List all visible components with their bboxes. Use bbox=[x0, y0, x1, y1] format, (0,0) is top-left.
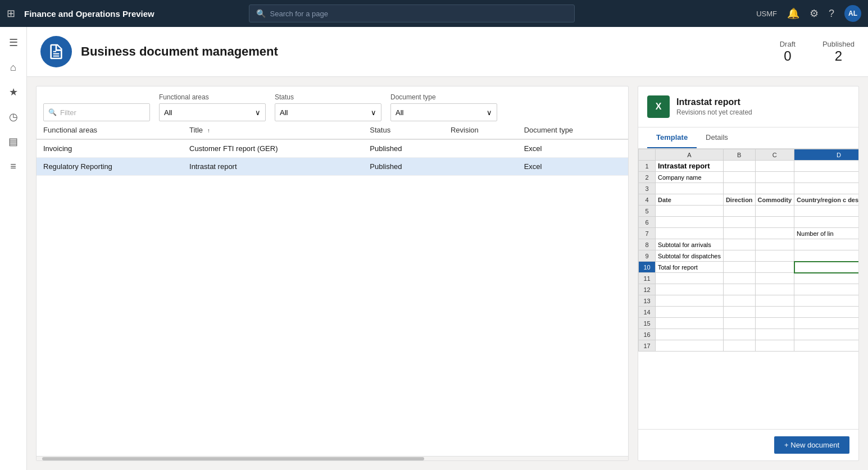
excel-row-num: 15 bbox=[639, 318, 656, 329]
app-title: Finance and Operations Preview bbox=[24, 9, 154, 19]
col-functional-areas: Functional areas bbox=[37, 121, 183, 139]
functional-areas-filter-wrap: Functional areas All ∨ bbox=[159, 93, 266, 121]
excel-cell bbox=[755, 228, 794, 239]
excel-cell bbox=[723, 250, 755, 262]
published-value: 2 bbox=[822, 48, 855, 64]
avatar[interactable]: AL bbox=[844, 5, 861, 22]
table-row[interactable]: Invoicing Customer FTI report (GER) Publ… bbox=[37, 139, 628, 158]
excel-cell bbox=[755, 329, 794, 340]
functional-areas-select[interactable]: All ∨ bbox=[159, 103, 266, 121]
excel-row: 15 bbox=[639, 318, 859, 329]
col-status: Status bbox=[363, 121, 444, 139]
excel-cell bbox=[794, 329, 858, 340]
new-document-button[interactable]: + New document bbox=[774, 436, 849, 454]
functional-areas-value: All bbox=[164, 108, 172, 117]
excel-cell: Commodity bbox=[755, 194, 794, 206]
excel-cell bbox=[794, 295, 858, 307]
cell-functional-areas: Regulatory Reporting bbox=[37, 158, 183, 176]
excel-cell bbox=[755, 172, 794, 183]
gear-icon[interactable]: ⚙ bbox=[810, 7, 819, 20]
documents-table: Functional areas Title ↑ Status Revision… bbox=[37, 121, 628, 176]
sidebar-home-icon[interactable]: ⌂ bbox=[2, 56, 25, 79]
col-revision: Revision bbox=[444, 121, 517, 139]
main-content: Business document management Draft 0 Pub… bbox=[27, 27, 868, 470]
company-selector[interactable]: USMF bbox=[756, 10, 777, 18]
excel-row-num: 14 bbox=[639, 307, 656, 318]
excel-cell bbox=[794, 284, 858, 295]
excel-row-num: 17 bbox=[639, 340, 656, 352]
excel-cell bbox=[755, 206, 794, 217]
tab-template[interactable]: Template bbox=[647, 127, 697, 148]
document-type-filter-wrap: Document type All ∨ bbox=[390, 93, 497, 121]
excel-row: 14 bbox=[639, 307, 859, 318]
excel-row-num: 3 bbox=[639, 183, 656, 194]
excel-cell: Subtotal for arrivals bbox=[656, 239, 724, 250]
excel-preview: A B C D 1Intrastat report2Company name34… bbox=[638, 149, 858, 429]
excel-cell bbox=[723, 295, 755, 307]
excel-row-num: 9 bbox=[639, 250, 656, 262]
excel-cell bbox=[723, 228, 755, 239]
excel-cell bbox=[794, 273, 858, 284]
excel-cell bbox=[656, 273, 724, 284]
excel-cell bbox=[723, 172, 755, 183]
excel-row-num: 11 bbox=[639, 273, 656, 284]
excel-cell bbox=[656, 340, 724, 352]
excel-row: 10Total for report bbox=[639, 262, 859, 273]
excel-row: 1Intrastat report bbox=[639, 161, 859, 172]
document-type-select[interactable]: All ∨ bbox=[390, 103, 497, 121]
excel-icon: X bbox=[647, 95, 670, 118]
status-select[interactable]: All ∨ bbox=[275, 103, 381, 121]
cell-document-type: Excel bbox=[517, 139, 628, 158]
tab-details[interactable]: Details bbox=[697, 127, 737, 148]
filter-bar: 🔍 Filter Functional areas All ∨ Status A… bbox=[37, 86, 628, 121]
status-value: All bbox=[280, 108, 288, 117]
filter-input[interactable]: 🔍 Filter bbox=[43, 103, 150, 121]
search-input[interactable] bbox=[270, 10, 567, 18]
sidebar-favorites-icon[interactable]: ★ bbox=[2, 81, 25, 103]
scroll-thumb[interactable] bbox=[42, 457, 424, 460]
sidebar-recent-icon[interactable]: ◷ bbox=[2, 106, 25, 128]
excel-row: 9Subtotal for dispatches bbox=[639, 250, 859, 262]
excel-cell bbox=[794, 307, 858, 318]
excel-cell bbox=[656, 228, 724, 239]
excel-cell: Date bbox=[656, 194, 724, 206]
table-row[interactable]: Regulatory Reporting Intrastat report Pu… bbox=[37, 158, 628, 176]
excel-cell bbox=[794, 183, 858, 194]
filter-input-wrap: 🔍 Filter bbox=[43, 103, 150, 121]
excel-row-num: 4 bbox=[639, 194, 656, 206]
excel-cell bbox=[723, 318, 755, 329]
sidebar-menu-icon[interactable]: ☰ bbox=[2, 31, 25, 54]
excel-row: 4DateDirectionCommodityCountry/region c … bbox=[639, 194, 859, 206]
header-stats: Draft 0 Published 2 bbox=[780, 40, 855, 64]
horizontal-scrollbar[interactable] bbox=[37, 456, 628, 460]
status-chevron: ∨ bbox=[371, 108, 376, 117]
sidebar-modules-icon[interactable]: ≡ bbox=[2, 155, 25, 177]
excel-cell bbox=[755, 239, 794, 250]
grid-icon[interactable]: ⊞ bbox=[7, 7, 15, 20]
search-bar[interactable]: 🔍 bbox=[249, 4, 575, 22]
col-row-num bbox=[639, 149, 656, 161]
excel-cell bbox=[794, 318, 858, 329]
cell-document-type: Excel bbox=[517, 158, 628, 176]
detail-footer: + New document bbox=[638, 429, 858, 460]
sidebar-workspaces-icon[interactable]: ▤ bbox=[2, 130, 25, 153]
col-B: B bbox=[723, 149, 755, 161]
bell-icon[interactable]: 🔔 bbox=[787, 7, 799, 20]
filter-placeholder: Filter bbox=[60, 108, 76, 117]
excel-row: 12 bbox=[639, 284, 859, 295]
cell-title: Customer FTI report (GER) bbox=[183, 139, 363, 158]
draft-label: Draft bbox=[780, 40, 796, 48]
excel-cell bbox=[755, 250, 794, 262]
excel-cell bbox=[723, 340, 755, 352]
col-D: D bbox=[794, 149, 858, 161]
draft-stat: Draft 0 bbox=[780, 40, 796, 64]
cell-status: Published bbox=[363, 139, 444, 158]
excel-cell bbox=[794, 161, 858, 172]
cell-title: Intrastat report bbox=[183, 158, 363, 176]
excel-cell bbox=[755, 295, 794, 307]
table-scroll[interactable]: Functional areas Title ↑ Status Revision… bbox=[37, 121, 628, 456]
detail-title: Intrastat report bbox=[676, 97, 752, 107]
excel-cell bbox=[723, 206, 755, 217]
help-icon[interactable]: ? bbox=[829, 8, 834, 20]
col-title[interactable]: Title ↑ bbox=[183, 121, 363, 139]
